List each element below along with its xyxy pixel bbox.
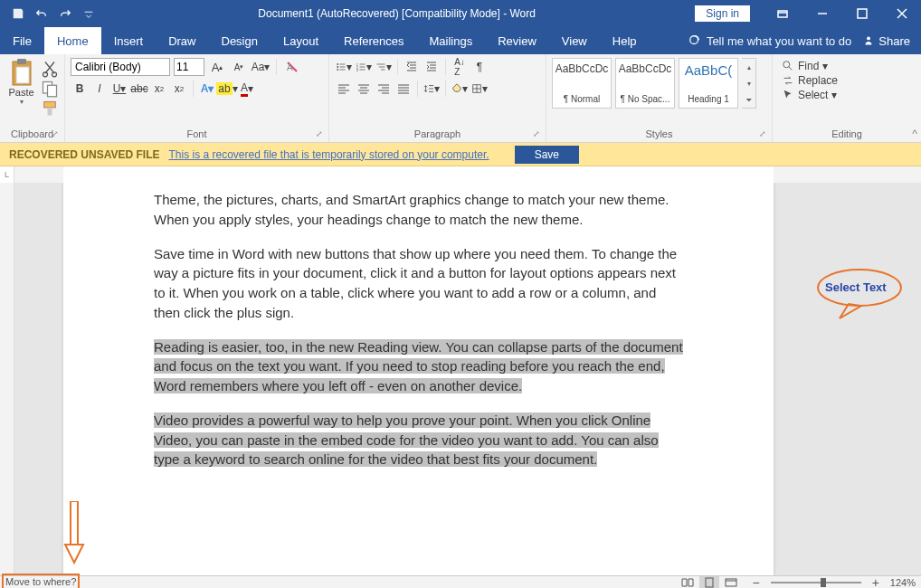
recovery-message-link[interactable]: This is a recovered file that is tempora… xyxy=(168,148,489,161)
paragraph-2[interactable]: Save time in Word with new buttons that … xyxy=(154,244,683,323)
zoom-out-button[interactable]: − xyxy=(748,575,763,589)
status-bar: Move to where? − + 124% xyxy=(0,575,921,588)
paste-button[interactable]: Paste ▾ xyxy=(5,58,37,106)
shading-button[interactable]: ▾ xyxy=(451,80,469,98)
close-icon[interactable] xyxy=(883,1,921,26)
borders-button[interactable]: ▾ xyxy=(470,80,489,98)
clipboard-dialog-launcher[interactable]: ⤢ xyxy=(52,129,62,140)
superscript-button[interactable]: x2 xyxy=(170,80,188,98)
font-name-input[interactable] xyxy=(71,58,170,76)
svg-point-22 xyxy=(337,69,338,71)
justify-button[interactable] xyxy=(394,80,413,98)
selected-text-p4[interactable]: Video provides a powerful way to help yo… xyxy=(154,413,659,468)
bold-button[interactable]: B xyxy=(71,80,89,98)
svg-text:A: A xyxy=(287,62,293,72)
horizontal-ruler[interactable]: L xyxy=(0,166,921,183)
selected-text-p3[interactable]: Reading is easier, too, in the new Readi… xyxy=(154,339,683,394)
maximize-icon[interactable] xyxy=(843,1,881,26)
svg-rect-67 xyxy=(706,578,713,587)
ribbon-display-icon[interactable] xyxy=(764,1,802,26)
tab-home[interactable]: Home xyxy=(44,27,101,54)
annotation-select-text: Select Text xyxy=(814,266,905,324)
cut-button[interactable] xyxy=(41,60,59,76)
group-clipboard: Paste ▾ Clipboard ⤢ xyxy=(0,54,65,142)
align-right-button[interactable] xyxy=(375,80,393,98)
find-button[interactable]: Find ▾ xyxy=(782,60,828,72)
group-editing: Find ▾ Replace Select ▾ Editing xyxy=(773,54,921,142)
grow-font-button[interactable]: A▴ xyxy=(208,58,226,76)
tab-layout[interactable]: Layout xyxy=(271,27,331,54)
web-layout-button[interactable] xyxy=(721,576,741,589)
group-paragraph: ▾ 123▾ ▾ A↓Z ¶ ▾ ▾ ▾ Par xyxy=(329,54,546,142)
numbering-button[interactable]: 123▾ xyxy=(355,58,373,76)
style-heading-1[interactable]: AaBbC( Heading 1 xyxy=(679,58,738,109)
select-button[interactable]: Select ▾ xyxy=(782,89,837,101)
paragraph-1[interactable]: Theme, the pictures, charts, and SmartAr… xyxy=(154,190,683,230)
subscript-button[interactable]: x2 xyxy=(150,80,168,98)
tab-mailings[interactable]: Mailings xyxy=(417,27,486,54)
redo-icon[interactable] xyxy=(54,3,76,24)
paragraph-4[interactable]: Video provides a powerful way to help yo… xyxy=(154,411,683,469)
tab-review[interactable]: Review xyxy=(485,27,549,54)
recovery-save-button[interactable]: Save xyxy=(515,146,579,164)
text-effects-button[interactable]: A▾ xyxy=(198,80,216,98)
clear-formatting-button[interactable]: A xyxy=(283,58,301,76)
page[interactable]: Theme, the pictures, charts, and SmartAr… xyxy=(63,183,774,575)
style-no-spacing[interactable]: AaBbCcDc ¶ No Spac... xyxy=(615,58,675,109)
shrink-font-button[interactable]: A▾ xyxy=(230,58,248,76)
tell-me-search[interactable]: Tell me what you want to do xyxy=(688,34,851,48)
tab-references[interactable]: References xyxy=(331,27,416,54)
align-left-button[interactable] xyxy=(335,80,353,98)
annotation-select-text-label: Select Text xyxy=(825,280,887,294)
style-normal[interactable]: AaBbCcDc ¶ Normal xyxy=(552,58,612,109)
styles-gallery-more[interactable]: ▴▾⏷ xyxy=(742,58,756,109)
paragraph-3[interactable]: Reading is easier, too, in the new Readi… xyxy=(154,337,683,396)
sign-in-button[interactable]: Sign in xyxy=(694,5,751,23)
read-mode-button[interactable] xyxy=(678,576,698,589)
save-icon[interactable] xyxy=(7,3,29,24)
tab-help[interactable]: Help xyxy=(600,27,650,54)
zoom-in-button[interactable]: + xyxy=(869,575,883,589)
qat-customize-icon[interactable] xyxy=(78,3,100,24)
svg-point-6 xyxy=(690,36,698,44)
increase-indent-button[interactable] xyxy=(423,58,441,76)
bullets-button[interactable]: ▾ xyxy=(335,58,353,76)
share-button[interactable]: Share xyxy=(862,34,910,48)
sort-button[interactable]: A↓Z xyxy=(451,58,469,76)
collapse-ribbon-icon[interactable]: ^ xyxy=(912,128,917,140)
highlight-button[interactable]: ab▾ xyxy=(218,80,236,98)
tab-file[interactable]: File xyxy=(0,27,44,54)
paragraph-group-label: Paragraph xyxy=(335,127,540,140)
tab-draw[interactable]: Draw xyxy=(156,27,208,54)
font-color-button[interactable]: A▾ xyxy=(238,80,256,98)
zoom-level[interactable]: 124% xyxy=(890,577,916,588)
zoom-slider[interactable] xyxy=(771,582,861,583)
replace-button[interactable]: Replace xyxy=(782,74,838,87)
show-hide-button[interactable]: ¶ xyxy=(470,58,489,76)
undo-icon[interactable] xyxy=(31,3,52,24)
ribbon-tabs: File Home Insert Draw Design Layout Refe… xyxy=(0,27,921,54)
italic-button[interactable]: I xyxy=(90,80,109,98)
decrease-indent-button[interactable] xyxy=(403,58,421,76)
paragraph-dialog-launcher[interactable]: ⤢ xyxy=(533,129,544,140)
font-size-input[interactable] xyxy=(174,58,204,76)
copy-button[interactable] xyxy=(41,80,59,96)
tab-insert[interactable]: Insert xyxy=(101,27,157,54)
line-spacing-button[interactable]: ▾ xyxy=(423,80,441,98)
minimize-icon[interactable] xyxy=(803,1,841,26)
vertical-ruler[interactable] xyxy=(0,183,14,575)
tab-view[interactable]: View xyxy=(549,27,600,54)
font-dialog-launcher[interactable]: ⤢ xyxy=(316,129,327,140)
multilevel-list-button[interactable]: ▾ xyxy=(375,58,393,76)
format-painter-button[interactable] xyxy=(41,100,59,116)
underline-button[interactable]: U▾ xyxy=(110,80,128,98)
strikethrough-button[interactable]: abc xyxy=(130,80,148,98)
document-surface[interactable]: Theme, the pictures, charts, and SmartAr… xyxy=(14,183,921,575)
quick-access-toolbar xyxy=(0,3,100,24)
styles-dialog-launcher[interactable]: ⤢ xyxy=(759,129,770,140)
change-case-button[interactable]: Aa▾ xyxy=(252,58,270,76)
align-center-button[interactable] xyxy=(355,80,373,98)
share-label: Share xyxy=(878,34,910,48)
print-layout-button[interactable] xyxy=(699,576,719,589)
tab-design[interactable]: Design xyxy=(209,27,271,54)
